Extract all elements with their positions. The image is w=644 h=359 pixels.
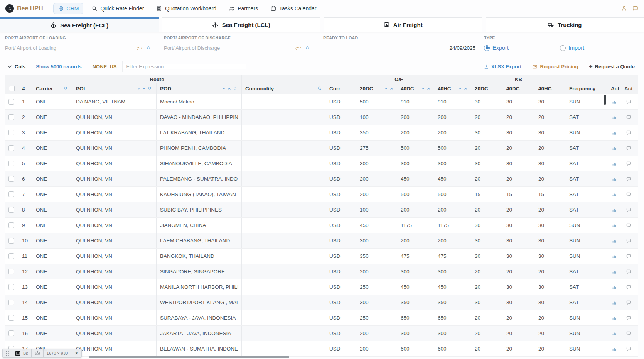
column-search-icon[interactable] bbox=[148, 86, 152, 91]
row-comment-action[interactable] bbox=[621, 279, 636, 295]
row-rate-history-action[interactable] bbox=[607, 279, 621, 295]
sort-desc-icon[interactable] bbox=[384, 87, 388, 90]
chat-bubble-icon[interactable] bbox=[626, 284, 631, 290]
column-header-kb-20dc[interactable]: 20DC bbox=[471, 83, 503, 94]
row-comment-action[interactable] bbox=[621, 202, 636, 217]
user-icon[interactable] bbox=[621, 5, 627, 12]
bar-chart-icon[interactable] bbox=[612, 146, 617, 151]
bar-chart-icon[interactable] bbox=[612, 130, 617, 135]
bar-chart-icon[interactable] bbox=[612, 238, 617, 244]
request-quote-button[interactable]: + Request a Quote bbox=[583, 61, 644, 72]
bar-chart-icon[interactable] bbox=[612, 269, 617, 274]
column-search-icon[interactable] bbox=[233, 86, 238, 91]
row-rate-history-action[interactable] bbox=[607, 233, 621, 248]
column-header-of-40dc[interactable]: 40DC bbox=[397, 83, 434, 94]
search-icon[interactable] bbox=[305, 46, 310, 51]
row-rate-history-action[interactable] bbox=[607, 326, 621, 341]
row-checkbox[interactable] bbox=[8, 114, 14, 120]
row-rate-history-action[interactable] bbox=[607, 110, 621, 125]
column-header-kb-40hc[interactable]: 40HC bbox=[535, 83, 566, 94]
bar-chart-icon[interactable] bbox=[612, 176, 617, 182]
overlay-color-swatch[interactable]: Bs bbox=[12, 349, 31, 357]
tab-trucking[interactable]: Trucking bbox=[486, 17, 644, 32]
column-header-kb-40dc[interactable]: 40DC bbox=[503, 83, 535, 94]
request-pricing-button[interactable]: Request Pricing bbox=[527, 61, 583, 72]
row-comment-action[interactable] bbox=[621, 264, 636, 279]
row-comment-action[interactable] bbox=[621, 295, 636, 310]
radio-import[interactable]: Import bbox=[560, 45, 584, 51]
row-checkbox[interactable] bbox=[8, 238, 14, 244]
row-checkbox[interactable] bbox=[8, 207, 14, 213]
nav-item-crm[interactable]: CRM bbox=[53, 3, 84, 14]
nav-item-tasks-calendar[interactable]: Tasks Calendar bbox=[266, 3, 321, 14]
bar-chart-icon[interactable] bbox=[612, 254, 617, 259]
row-rate-history-action[interactable] bbox=[607, 187, 621, 202]
row-comment-action[interactable] bbox=[621, 171, 636, 186]
drag-handle[interactable] bbox=[3, 349, 12, 357]
bar-chart-icon[interactable] bbox=[612, 223, 617, 228]
tab-sea-freight-lcl[interactable]: Sea Freight (LCL) bbox=[162, 17, 321, 32]
overlay-capture-button[interactable] bbox=[31, 349, 43, 357]
row-checkbox[interactable] bbox=[8, 222, 14, 228]
row-rate-history-action[interactable] bbox=[607, 171, 621, 186]
show-records-link[interactable]: Show 5000 records bbox=[30, 61, 87, 72]
vertical-scrollbar-thumb[interactable] bbox=[604, 95, 606, 105]
row-comment-action[interactable] bbox=[621, 326, 636, 341]
chat-bubble-icon[interactable] bbox=[626, 238, 631, 244]
sort-asc-icon[interactable] bbox=[228, 87, 231, 90]
column-header-of-40hc[interactable]: 40HC bbox=[434, 83, 471, 94]
columns-menu-button[interactable]: Cols bbox=[0, 61, 30, 72]
row-comment-action[interactable] bbox=[621, 341, 636, 356]
chat-bubble-icon[interactable] bbox=[626, 146, 631, 151]
row-rate-history-action[interactable] bbox=[607, 94, 621, 109]
column-header-frequency[interactable]: Frequency bbox=[566, 83, 600, 94]
bar-chart-icon[interactable] bbox=[612, 115, 617, 120]
tab-air-freight[interactable]: Air Freight bbox=[324, 17, 482, 32]
chat-bubble-icon[interactable] bbox=[626, 161, 631, 166]
row-checkbox[interactable] bbox=[8, 284, 14, 290]
row-rate-history-action[interactable] bbox=[607, 264, 621, 279]
row-rate-history-action[interactable] bbox=[607, 141, 621, 156]
port-of-loading-input[interactable] bbox=[5, 45, 133, 51]
row-rate-history-action[interactable] bbox=[607, 249, 621, 264]
bar-chart-icon[interactable] bbox=[612, 161, 617, 166]
row-comment-action[interactable] bbox=[621, 156, 636, 171]
column-search-icon[interactable] bbox=[64, 86, 68, 91]
chat-icon[interactable] bbox=[632, 5, 639, 12]
tab-sea-freight-fcl[interactable]: Sea Freight (FCL) bbox=[0, 17, 159, 32]
overlay-close-button[interactable]: ✕ bbox=[71, 349, 81, 357]
column-header-carrier[interactable]: Carrier bbox=[32, 83, 72, 94]
sort-desc-icon[interactable] bbox=[137, 87, 140, 90]
row-comment-action[interactable] bbox=[621, 141, 636, 156]
horizontal-scrollbar-thumb[interactable] bbox=[89, 356, 289, 358]
row-checkbox[interactable] bbox=[8, 161, 14, 166]
column-header-of-20dc[interactable]: 20DC bbox=[356, 83, 397, 94]
bar-chart-icon[interactable] bbox=[612, 99, 617, 105]
chat-bubble-icon[interactable] bbox=[626, 254, 631, 259]
column-header-pod[interactable]: POD bbox=[156, 83, 241, 94]
row-comment-action[interactable] bbox=[621, 125, 636, 140]
chat-bubble-icon[interactable] bbox=[626, 300, 631, 305]
sort-desc-icon[interactable] bbox=[222, 87, 226, 90]
chat-bubble-icon[interactable] bbox=[626, 269, 631, 274]
row-comment-action[interactable] bbox=[621, 110, 636, 125]
row-checkbox[interactable] bbox=[8, 300, 14, 305]
row-rate-history-action[interactable] bbox=[607, 218, 621, 233]
radio-export[interactable]: Export bbox=[484, 45, 509, 51]
column-header-pol[interactable]: POL bbox=[72, 83, 156, 94]
preset-selector[interactable]: NONE_US bbox=[87, 61, 123, 72]
bar-chart-icon[interactable] bbox=[612, 315, 617, 321]
chat-bubble-icon[interactable] bbox=[626, 346, 631, 352]
link-icon[interactable] bbox=[137, 46, 142, 51]
row-rate-history-action[interactable] bbox=[607, 156, 621, 171]
brand[interactable]: Bee HPH bbox=[5, 4, 43, 13]
bar-chart-icon[interactable] bbox=[612, 192, 617, 197]
row-comment-action[interactable] bbox=[621, 233, 636, 248]
row-comment-action[interactable] bbox=[621, 94, 636, 109]
row-comment-action[interactable] bbox=[621, 310, 636, 325]
row-comment-action[interactable] bbox=[621, 187, 636, 202]
column-header-commodity[interactable]: Commodity bbox=[241, 83, 326, 94]
bar-chart-icon[interactable] bbox=[612, 207, 617, 213]
chat-bubble-icon[interactable] bbox=[626, 192, 631, 197]
row-checkbox[interactable] bbox=[8, 130, 14, 135]
